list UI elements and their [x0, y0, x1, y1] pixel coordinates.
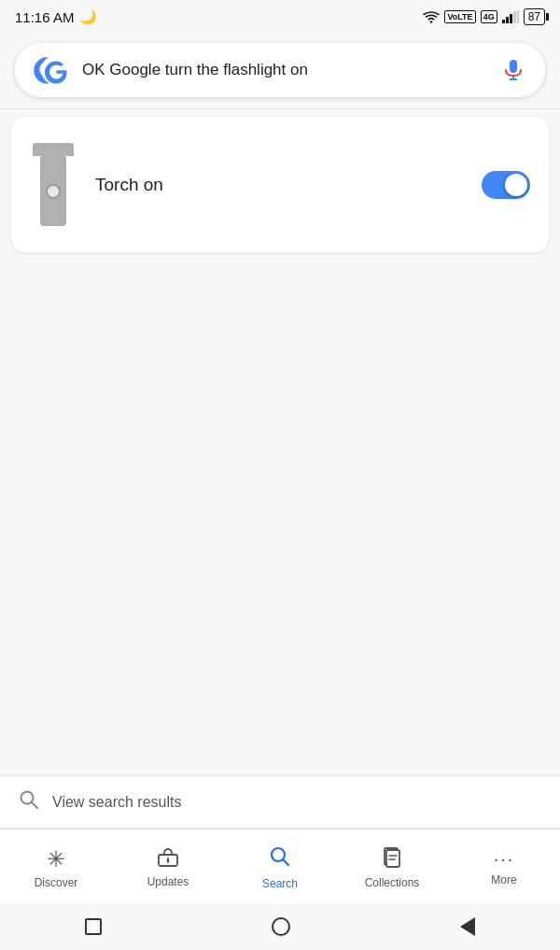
search-bar[interactable]: OK Google turn the flashlight on [15, 43, 545, 97]
svg-line-10 [32, 802, 37, 808]
bottom-nav: ✳ Discover Updates Search [0, 829, 560, 903]
view-search-text: View search results [52, 794, 181, 811]
svg-rect-3 [510, 14, 512, 23]
recents-button[interactable] [85, 918, 102, 935]
signal-icon [502, 10, 519, 23]
nav-item-more[interactable]: ··· More [448, 848, 560, 886]
time-text: 11:16 AM [15, 9, 74, 25]
svg-rect-1 [502, 20, 505, 23]
back-button[interactable] [460, 917, 475, 936]
collections-icon [382, 846, 402, 872]
search-query-text: OK Google turn the flashlight on [82, 60, 487, 80]
status-icons: VoLTE 4G 87 [423, 8, 545, 25]
flashlight-lens [46, 184, 61, 199]
moon-icon: 🌙 [79, 8, 97, 25]
nav-label-updates: Updates [147, 875, 189, 888]
battery-level: 87 [528, 10, 540, 23]
nav-item-updates[interactable]: Updates [112, 847, 224, 888]
nav-label-collections: Collections [365, 876, 420, 889]
flashlight-head [33, 143, 74, 156]
svg-rect-16 [386, 850, 399, 867]
svg-rect-6 [510, 60, 517, 73]
back-icon [460, 917, 475, 936]
svg-rect-4 [513, 11, 516, 23]
home-icon [272, 917, 290, 936]
google-g-logo [39, 53, 73, 87]
flashlight-body [40, 156, 66, 226]
mic-button[interactable] [497, 53, 530, 87]
nav-item-search[interactable]: Search [224, 845, 336, 890]
svg-point-12 [167, 858, 170, 861]
updates-icon [157, 847, 179, 872]
discover-icon: ✳ [47, 846, 65, 872]
svg-rect-5 [517, 10, 519, 23]
status-bar: 11:16 AM 🌙 VoLTE 4G 87 [0, 0, 560, 34]
search-nav-icon [269, 845, 291, 873]
torch-toggle[interactable] [482, 171, 530, 199]
svg-rect-2 [506, 17, 509, 23]
svg-line-14 [284, 859, 289, 865]
svg-point-0 [430, 21, 432, 22]
nav-label-search: Search [262, 877, 298, 890]
view-search-results[interactable]: View search results [0, 775, 560, 829]
more-icon: ··· [494, 848, 515, 870]
search-result-icon [19, 789, 39, 815]
system-nav-bar [0, 903, 560, 950]
flashlight-icon [30, 143, 77, 226]
nav-item-discover[interactable]: ✳ Discover [0, 846, 112, 889]
wifi-icon [423, 10, 440, 23]
search-bar-container: OK Google turn the flashlight on [0, 34, 560, 108]
recents-icon [85, 918, 102, 935]
status-time: 11:16 AM 🌙 [15, 8, 97, 25]
nav-label-discover: Discover [35, 876, 78, 889]
mic-icon [500, 57, 526, 83]
volte-icon: VoLTE [444, 10, 475, 23]
torch-label: Torch on [95, 175, 463, 195]
nav-label-more: More [491, 873, 516, 886]
home-button[interactable] [272, 917, 290, 936]
torch-card: Torch on [11, 117, 549, 252]
search-divider [0, 108, 560, 109]
nav-item-collections[interactable]: Collections [336, 846, 448, 889]
battery-indicator: 87 [524, 8, 545, 25]
4g-icon: 4G [481, 10, 497, 23]
